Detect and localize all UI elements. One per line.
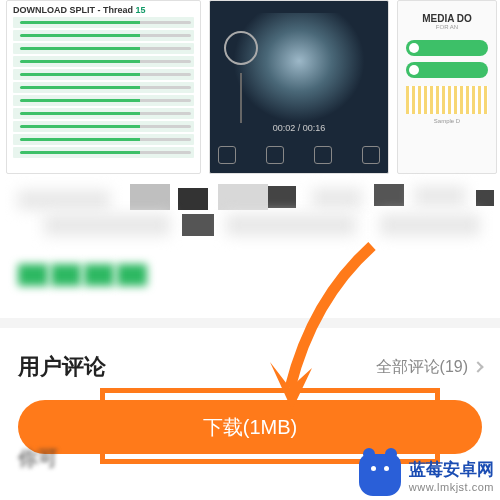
control-icon bbox=[362, 146, 380, 164]
play-icon bbox=[224, 31, 258, 65]
download-label: 下载(1MB) bbox=[203, 414, 297, 441]
brand-url: www.lmkjst.com bbox=[409, 481, 494, 493]
striped-panel bbox=[406, 86, 488, 114]
shot3-sample: Sample D bbox=[398, 118, 496, 124]
all-reviews-link[interactable]: 全部评论(19) bbox=[376, 357, 482, 378]
green-button bbox=[406, 62, 488, 78]
watermark: 蓝莓安卓网 www.lmkjst.com bbox=[359, 454, 494, 496]
redacted-description bbox=[0, 184, 500, 262]
progress-row bbox=[13, 17, 194, 28]
you-may-like-label: 你可 bbox=[18, 445, 58, 472]
progress-row bbox=[13, 30, 194, 41]
volume-slider bbox=[240, 73, 242, 123]
green-button bbox=[406, 40, 488, 56]
progress-row bbox=[13, 121, 194, 132]
chevron-right-icon bbox=[472, 361, 483, 372]
control-icon bbox=[266, 146, 284, 164]
progress-row bbox=[13, 56, 194, 67]
control-icon bbox=[218, 146, 236, 164]
reviews-title: 用户评论 bbox=[18, 352, 106, 382]
all-reviews-label: 全部评论(19) bbox=[376, 357, 468, 378]
progress-row bbox=[13, 95, 194, 106]
progress-row bbox=[13, 82, 194, 93]
playback-time: 00:02 / 00:16 bbox=[273, 123, 326, 133]
brand-logo-icon bbox=[359, 454, 401, 496]
control-icon bbox=[314, 146, 332, 164]
progress-row bbox=[13, 69, 194, 80]
screenshot-download-split[interactable]: DOWNLOAD SPLIT - Thread 15 bbox=[6, 0, 201, 174]
progress-row bbox=[13, 43, 194, 54]
shot3-subtitle: FOR AN bbox=[402, 24, 492, 30]
screenshot-carousel[interactable]: DOWNLOAD SPLIT - Thread 15 00:02 / 00:16… bbox=[0, 0, 500, 176]
screenshot-video-player[interactable]: 00:02 / 00:16 bbox=[209, 0, 389, 174]
shot1-title: DOWNLOAD SPLIT - Thread bbox=[13, 5, 133, 15]
download-button[interactable]: 下载(1MB) bbox=[18, 400, 482, 454]
progress-row bbox=[13, 108, 194, 119]
brand-name: 蓝莓安卓网 bbox=[409, 458, 494, 481]
progress-row bbox=[13, 134, 194, 145]
screenshot-media-downloader[interactable]: MEDIA DO FOR AN Sample D bbox=[397, 0, 497, 174]
progress-row bbox=[13, 147, 194, 158]
shot1-thread: 15 bbox=[136, 5, 146, 15]
tag-row bbox=[0, 262, 500, 286]
section-divider bbox=[0, 318, 500, 328]
shot3-title: MEDIA DO bbox=[402, 13, 492, 24]
